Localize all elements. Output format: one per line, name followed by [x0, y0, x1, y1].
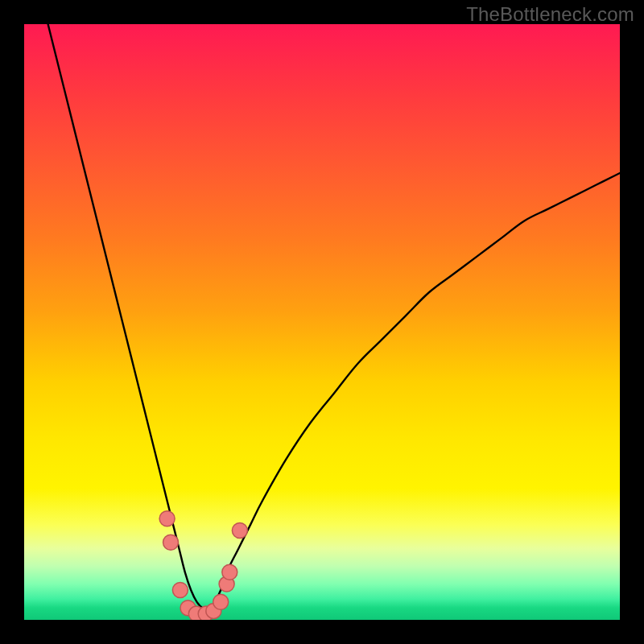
data-marker — [232, 523, 247, 539]
curve-svg — [24, 24, 620, 620]
chart-frame: TheBottleneck.com — [0, 0, 644, 644]
data-marker — [213, 594, 229, 609]
data-marker — [222, 564, 237, 580]
data-marker — [172, 583, 188, 598]
bottleneck-curve — [48, 24, 620, 609]
data-marker — [159, 511, 175, 526]
watermark-text: TheBottleneck.com — [466, 3, 634, 26]
data-markers — [159, 511, 247, 620]
data-marker — [163, 535, 179, 550]
plot-area — [24, 24, 620, 620]
